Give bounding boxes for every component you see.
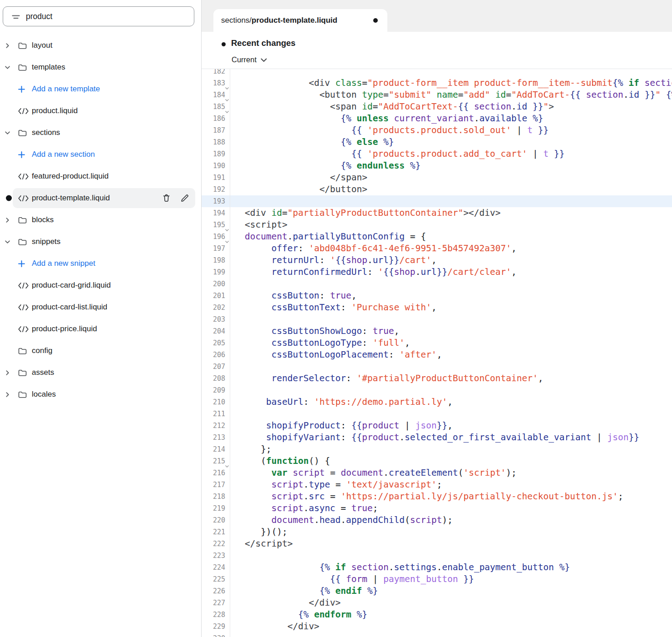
line-number: 186	[202, 113, 230, 124]
code-line-198[interactable]: 198 returnUrl: '{{shop.url}}/cart',	[202, 254, 672, 266]
line-number: 223	[202, 550, 230, 562]
sidebar-item-add-a-new-snippet[interactable]: Add a new snippet	[0, 253, 201, 274]
code-line-194[interactable]: 194<div id="partiallyProductButtonContai…	[202, 207, 672, 219]
code-line-222[interactable]: 222</script>	[202, 538, 672, 550]
sidebar-item-label: product-price.liquid	[32, 324, 97, 333]
code-line-203[interactable]: 203	[202, 314, 672, 325]
sidebar-item-product-template-liquid[interactable]: product-template.liquid	[0, 187, 201, 209]
code-text: </script>	[230, 538, 672, 550]
code-text: document.head.appendChild(script);	[230, 514, 672, 526]
sidebar-item-layout[interactable]: layout	[0, 35, 201, 56]
code-line-185[interactable]: 185 <span id="AddToCartText-{{ section.i…	[202, 101, 672, 113]
trash-icon[interactable]	[162, 194, 171, 203]
code-line-210[interactable]: 210 baseUrl: 'https://demo.partial.ly',	[202, 396, 672, 408]
code-line-228[interactable]: 228 {% endform %}	[202, 609, 672, 621]
code-line-215[interactable]: 215 (function() {	[202, 455, 672, 467]
code-line-220[interactable]: 220 document.head.appendChild(script);	[202, 514, 672, 526]
sidebar-item-label: sections	[32, 128, 60, 137]
sidebar-item-featured-product-liquid[interactable]: featured-product.liquid	[0, 165, 201, 187]
code-line-227[interactable]: 227 </div>	[202, 597, 672, 609]
code-line-188[interactable]: 188 {% else %}	[202, 136, 672, 148]
file-search[interactable]	[3, 6, 194, 26]
sidebar-item-blocks[interactable]: blocks	[0, 209, 201, 231]
line-number: 207	[202, 361, 230, 373]
line-number: 203	[202, 314, 230, 325]
code-file-icon	[15, 326, 32, 333]
code-line-201[interactable]: 201 cssButton: true,	[202, 290, 672, 302]
sidebar-item-product-price-liquid[interactable]: product-price.liquid	[0, 318, 201, 340]
code-line-213[interactable]: 213 shopifyVariant: {{product.selected_o…	[202, 432, 672, 443]
code-line-197[interactable]: 197 offer: 'abd048bf-6c41-4ef6-9951-5b45…	[202, 243, 672, 254]
sidebar-item-config[interactable]: config	[0, 340, 201, 362]
sidebar-item-snippets[interactable]: snippets	[0, 231, 201, 253]
folder-icon	[15, 347, 32, 355]
code-line-200[interactable]: 200	[202, 278, 672, 290]
code-line-202[interactable]: 202 cssButtonText: 'Purchase with',	[202, 302, 672, 314]
chevron-right-icon[interactable]	[5, 43, 15, 49]
tab-product-template[interactable]: sections/ product-template.liquid	[213, 9, 387, 32]
code-line-219[interactable]: 219 script.async = true;	[202, 503, 672, 514]
code-line-221[interactable]: 221 })();	[202, 526, 672, 538]
code-line-183[interactable]: 183 <div class="product-form__item produ…	[202, 77, 672, 89]
code-line-182[interactable]: 182	[202, 69, 672, 77]
code-text: (function() {	[230, 455, 672, 467]
code-line-229[interactable]: 229 </div>	[202, 621, 672, 632]
line-number: 216	[202, 467, 230, 479]
code-line-186[interactable]: 186 {% unless current_variant.available …	[202, 113, 672, 124]
chevron-right-icon[interactable]	[5, 392, 15, 398]
chevron-right-icon[interactable]	[5, 217, 15, 223]
line-number: 221	[202, 526, 230, 538]
code-line-206[interactable]: 206 cssButtonLogoPlacement: 'after',	[202, 349, 672, 361]
code-line-191[interactable]: 191 </span>	[202, 172, 672, 184]
code-line-226[interactable]: 226 {% endif %}	[202, 585, 672, 597]
code-line-224[interactable]: 224 {% if section.settings.enable_paymen…	[202, 562, 672, 573]
sidebar-item-add-a-new-template[interactable]: Add a new template	[0, 78, 201, 100]
code-line-187[interactable]: 187 {{ 'products.product.sold_out' | t }…	[202, 124, 672, 136]
code-line-184[interactable]: 184 <button type="submit" name="add" id=…	[202, 89, 672, 101]
line-number: 206	[202, 349, 230, 361]
code-line-212[interactable]: 212 shopifyProduct: {{product | json}},	[202, 420, 672, 432]
code-line-223[interactable]: 223	[202, 550, 672, 562]
line-number: 190	[202, 160, 230, 172]
chevron-down-icon[interactable]	[5, 239, 15, 245]
code-line-218[interactable]: 218 script.src = 'https://partial.ly/js/…	[202, 491, 672, 503]
code-line-216[interactable]: 216 var script = document.createElement(…	[202, 467, 672, 479]
code-line-225[interactable]: 225 {{ form | payment_button }}	[202, 573, 672, 585]
sidebar-item-assets[interactable]: assets	[0, 362, 201, 383]
code-line-190[interactable]: 190 {% endunless %}	[202, 160, 672, 172]
chevron-down-icon[interactable]	[5, 65, 15, 70]
code-line-208[interactable]: 208 renderSelector: '#partiallyProductBu…	[202, 373, 672, 384]
code-line-193[interactable]: 193	[202, 195, 672, 207]
code-line-230[interactable]: 230	[202, 632, 672, 637]
version-dropdown[interactable]: Current	[232, 55, 267, 64]
code-line-217[interactable]: 217 script.type = 'text/javascript';	[202, 479, 672, 491]
chevron-right-icon[interactable]	[5, 370, 15, 376]
sidebar-item-label: product-card-list.liquid	[32, 303, 107, 312]
code-line-209[interactable]: 209	[202, 384, 672, 396]
code-line-214[interactable]: 214 };	[202, 443, 672, 455]
code-line-195[interactable]: 195<script>	[202, 219, 672, 231]
code-line-205[interactable]: 205 cssButtonLogoType: 'full',	[202, 337, 672, 349]
code-line-196[interactable]: 196document.partiallyButtonConfig = {	[202, 231, 672, 243]
code-line-189[interactable]: 189 {{ 'products.product.add_to_cart' | …	[202, 148, 672, 160]
code-line-207[interactable]: 207	[202, 361, 672, 373]
pencil-icon[interactable]	[180, 194, 189, 203]
sidebar-item-product-card-list-liquid[interactable]: product-card-list.liquid	[0, 296, 201, 318]
code-line-204[interactable]: 204 cssButtonShowLogo: true,	[202, 325, 672, 337]
line-number: 197	[202, 243, 230, 254]
code-line-211[interactable]: 211	[202, 408, 672, 420]
code-editor[interactable]: 182183 <div class="product-form__item pr…	[202, 69, 672, 637]
code-text: cssButton: true,	[230, 290, 672, 302]
modified-dot	[222, 42, 226, 46]
search-input[interactable]	[26, 7, 189, 26]
sidebar-item-add-a-new-section[interactable]: Add a new section	[0, 144, 201, 165]
code-line-192[interactable]: 192 </button>	[202, 184, 672, 195]
sidebar-item-locales[interactable]: locales	[0, 383, 201, 405]
sidebar-item-product-liquid[interactable]: product.liquid	[0, 100, 201, 122]
sidebar-item-product-card-grid-liquid[interactable]: product-card-grid.liquid	[0, 274, 201, 296]
sidebar-item-sections[interactable]: sections	[0, 122, 201, 144]
chevron-down-icon[interactable]	[5, 130, 15, 136]
code-line-199[interactable]: 199 returnConfirmedUrl: '{{shop.url}}/ca…	[202, 266, 672, 278]
line-number: 214	[202, 443, 230, 455]
sidebar-item-templates[interactable]: templates	[0, 56, 201, 78]
